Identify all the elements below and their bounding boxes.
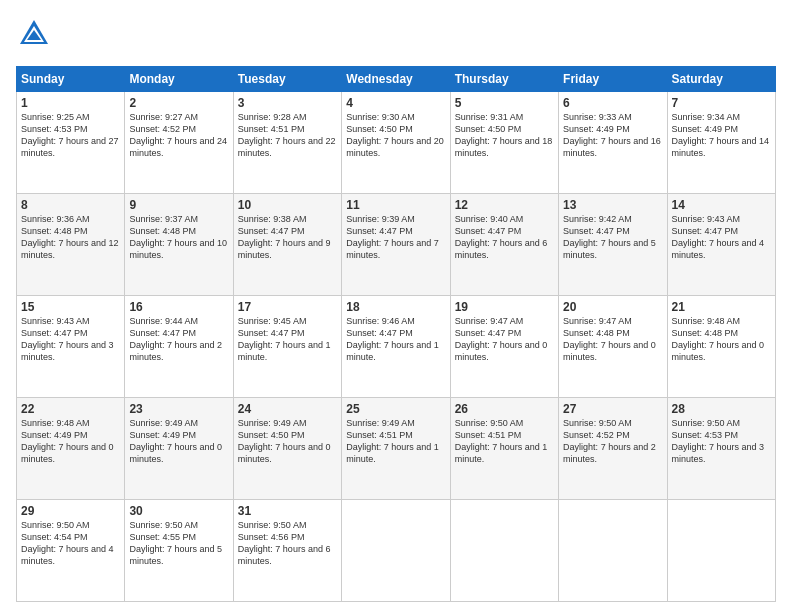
day-number: 16 bbox=[129, 300, 228, 314]
day-header-saturday: Saturday bbox=[667, 67, 775, 92]
day-number: 17 bbox=[238, 300, 337, 314]
day-number: 11 bbox=[346, 198, 445, 212]
calendar-cell bbox=[667, 500, 775, 602]
day-number: 24 bbox=[238, 402, 337, 416]
logo-icon bbox=[16, 16, 52, 56]
calendar-cell bbox=[559, 500, 667, 602]
day-info: Sunrise: 9:48 AMSunset: 4:48 PMDaylight:… bbox=[672, 316, 765, 362]
calendar-week-1: 1Sunrise: 9:25 AMSunset: 4:53 PMDaylight… bbox=[17, 92, 776, 194]
day-info: Sunrise: 9:42 AMSunset: 4:47 PMDaylight:… bbox=[563, 214, 656, 260]
day-number: 1 bbox=[21, 96, 120, 110]
day-info: Sunrise: 9:50 AMSunset: 4:53 PMDaylight:… bbox=[672, 418, 765, 464]
day-number: 30 bbox=[129, 504, 228, 518]
day-number: 27 bbox=[563, 402, 662, 416]
day-info: Sunrise: 9:43 AMSunset: 4:47 PMDaylight:… bbox=[672, 214, 765, 260]
day-info: Sunrise: 9:38 AMSunset: 4:47 PMDaylight:… bbox=[238, 214, 331, 260]
calendar-cell: 26Sunrise: 9:50 AMSunset: 4:51 PMDayligh… bbox=[450, 398, 558, 500]
calendar-cell: 28Sunrise: 9:50 AMSunset: 4:53 PMDayligh… bbox=[667, 398, 775, 500]
day-header-tuesday: Tuesday bbox=[233, 67, 341, 92]
day-number: 5 bbox=[455, 96, 554, 110]
calendar-cell: 17Sunrise: 9:45 AMSunset: 4:47 PMDayligh… bbox=[233, 296, 341, 398]
day-info: Sunrise: 9:50 AMSunset: 4:51 PMDaylight:… bbox=[455, 418, 548, 464]
day-number: 6 bbox=[563, 96, 662, 110]
day-info: Sunrise: 9:40 AMSunset: 4:47 PMDaylight:… bbox=[455, 214, 548, 260]
calendar-cell: 23Sunrise: 9:49 AMSunset: 4:49 PMDayligh… bbox=[125, 398, 233, 500]
day-info: Sunrise: 9:44 AMSunset: 4:47 PMDaylight:… bbox=[129, 316, 222, 362]
day-info: Sunrise: 9:25 AMSunset: 4:53 PMDaylight:… bbox=[21, 112, 119, 158]
calendar-cell: 20Sunrise: 9:47 AMSunset: 4:48 PMDayligh… bbox=[559, 296, 667, 398]
day-info: Sunrise: 9:47 AMSunset: 4:48 PMDaylight:… bbox=[563, 316, 656, 362]
day-number: 31 bbox=[238, 504, 337, 518]
day-info: Sunrise: 9:46 AMSunset: 4:47 PMDaylight:… bbox=[346, 316, 439, 362]
day-info: Sunrise: 9:31 AMSunset: 4:50 PMDaylight:… bbox=[455, 112, 553, 158]
day-info: Sunrise: 9:50 AMSunset: 4:54 PMDaylight:… bbox=[21, 520, 114, 566]
calendar-cell: 6Sunrise: 9:33 AMSunset: 4:49 PMDaylight… bbox=[559, 92, 667, 194]
calendar-cell: 30Sunrise: 9:50 AMSunset: 4:55 PMDayligh… bbox=[125, 500, 233, 602]
day-info: Sunrise: 9:34 AMSunset: 4:49 PMDaylight:… bbox=[672, 112, 770, 158]
header bbox=[16, 16, 776, 56]
day-number: 29 bbox=[21, 504, 120, 518]
calendar-cell: 1Sunrise: 9:25 AMSunset: 4:53 PMDaylight… bbox=[17, 92, 125, 194]
page: SundayMondayTuesdayWednesdayThursdayFrid… bbox=[0, 0, 792, 612]
calendar-cell: 4Sunrise: 9:30 AMSunset: 4:50 PMDaylight… bbox=[342, 92, 450, 194]
day-info: Sunrise: 9:43 AMSunset: 4:47 PMDaylight:… bbox=[21, 316, 114, 362]
day-number: 25 bbox=[346, 402, 445, 416]
day-info: Sunrise: 9:50 AMSunset: 4:55 PMDaylight:… bbox=[129, 520, 222, 566]
day-header-friday: Friday bbox=[559, 67, 667, 92]
day-header-wednesday: Wednesday bbox=[342, 67, 450, 92]
day-info: Sunrise: 9:47 AMSunset: 4:47 PMDaylight:… bbox=[455, 316, 548, 362]
calendar-week-5: 29Sunrise: 9:50 AMSunset: 4:54 PMDayligh… bbox=[17, 500, 776, 602]
day-header-thursday: Thursday bbox=[450, 67, 558, 92]
day-number: 8 bbox=[21, 198, 120, 212]
calendar-cell: 25Sunrise: 9:49 AMSunset: 4:51 PMDayligh… bbox=[342, 398, 450, 500]
day-info: Sunrise: 9:33 AMSunset: 4:49 PMDaylight:… bbox=[563, 112, 661, 158]
calendar-cell: 5Sunrise: 9:31 AMSunset: 4:50 PMDaylight… bbox=[450, 92, 558, 194]
day-number: 23 bbox=[129, 402, 228, 416]
day-info: Sunrise: 9:28 AMSunset: 4:51 PMDaylight:… bbox=[238, 112, 336, 158]
calendar-cell: 18Sunrise: 9:46 AMSunset: 4:47 PMDayligh… bbox=[342, 296, 450, 398]
calendar-cell: 3Sunrise: 9:28 AMSunset: 4:51 PMDaylight… bbox=[233, 92, 341, 194]
day-info: Sunrise: 9:49 AMSunset: 4:50 PMDaylight:… bbox=[238, 418, 331, 464]
calendar-week-2: 8Sunrise: 9:36 AMSunset: 4:48 PMDaylight… bbox=[17, 194, 776, 296]
calendar-cell: 13Sunrise: 9:42 AMSunset: 4:47 PMDayligh… bbox=[559, 194, 667, 296]
day-header-sunday: Sunday bbox=[17, 67, 125, 92]
day-info: Sunrise: 9:39 AMSunset: 4:47 PMDaylight:… bbox=[346, 214, 439, 260]
calendar-header-row: SundayMondayTuesdayWednesdayThursdayFrid… bbox=[17, 67, 776, 92]
day-number: 4 bbox=[346, 96, 445, 110]
calendar-cell: 7Sunrise: 9:34 AMSunset: 4:49 PMDaylight… bbox=[667, 92, 775, 194]
day-info: Sunrise: 9:48 AMSunset: 4:49 PMDaylight:… bbox=[21, 418, 114, 464]
calendar-cell: 24Sunrise: 9:49 AMSunset: 4:50 PMDayligh… bbox=[233, 398, 341, 500]
calendar-cell: 22Sunrise: 9:48 AMSunset: 4:49 PMDayligh… bbox=[17, 398, 125, 500]
day-number: 28 bbox=[672, 402, 771, 416]
calendar-cell: 9Sunrise: 9:37 AMSunset: 4:48 PMDaylight… bbox=[125, 194, 233, 296]
calendar-table: SundayMondayTuesdayWednesdayThursdayFrid… bbox=[16, 66, 776, 602]
calendar-cell bbox=[342, 500, 450, 602]
day-number: 3 bbox=[238, 96, 337, 110]
day-info: Sunrise: 9:49 AMSunset: 4:51 PMDaylight:… bbox=[346, 418, 439, 464]
day-info: Sunrise: 9:49 AMSunset: 4:49 PMDaylight:… bbox=[129, 418, 222, 464]
calendar-cell: 27Sunrise: 9:50 AMSunset: 4:52 PMDayligh… bbox=[559, 398, 667, 500]
day-info: Sunrise: 9:45 AMSunset: 4:47 PMDaylight:… bbox=[238, 316, 331, 362]
calendar-cell: 11Sunrise: 9:39 AMSunset: 4:47 PMDayligh… bbox=[342, 194, 450, 296]
calendar-cell: 21Sunrise: 9:48 AMSunset: 4:48 PMDayligh… bbox=[667, 296, 775, 398]
calendar-cell: 2Sunrise: 9:27 AMSunset: 4:52 PMDaylight… bbox=[125, 92, 233, 194]
calendar-cell bbox=[450, 500, 558, 602]
calendar-cell: 16Sunrise: 9:44 AMSunset: 4:47 PMDayligh… bbox=[125, 296, 233, 398]
day-number: 13 bbox=[563, 198, 662, 212]
logo bbox=[16, 16, 56, 56]
day-number: 20 bbox=[563, 300, 662, 314]
day-number: 26 bbox=[455, 402, 554, 416]
calendar-week-4: 22Sunrise: 9:48 AMSunset: 4:49 PMDayligh… bbox=[17, 398, 776, 500]
day-info: Sunrise: 9:27 AMSunset: 4:52 PMDaylight:… bbox=[129, 112, 227, 158]
day-number: 19 bbox=[455, 300, 554, 314]
day-info: Sunrise: 9:30 AMSunset: 4:50 PMDaylight:… bbox=[346, 112, 444, 158]
day-number: 12 bbox=[455, 198, 554, 212]
day-info: Sunrise: 9:36 AMSunset: 4:48 PMDaylight:… bbox=[21, 214, 119, 260]
calendar-cell: 29Sunrise: 9:50 AMSunset: 4:54 PMDayligh… bbox=[17, 500, 125, 602]
day-number: 2 bbox=[129, 96, 228, 110]
calendar-cell: 14Sunrise: 9:43 AMSunset: 4:47 PMDayligh… bbox=[667, 194, 775, 296]
day-number: 7 bbox=[672, 96, 771, 110]
day-number: 10 bbox=[238, 198, 337, 212]
calendar-cell: 12Sunrise: 9:40 AMSunset: 4:47 PMDayligh… bbox=[450, 194, 558, 296]
day-number: 21 bbox=[672, 300, 771, 314]
